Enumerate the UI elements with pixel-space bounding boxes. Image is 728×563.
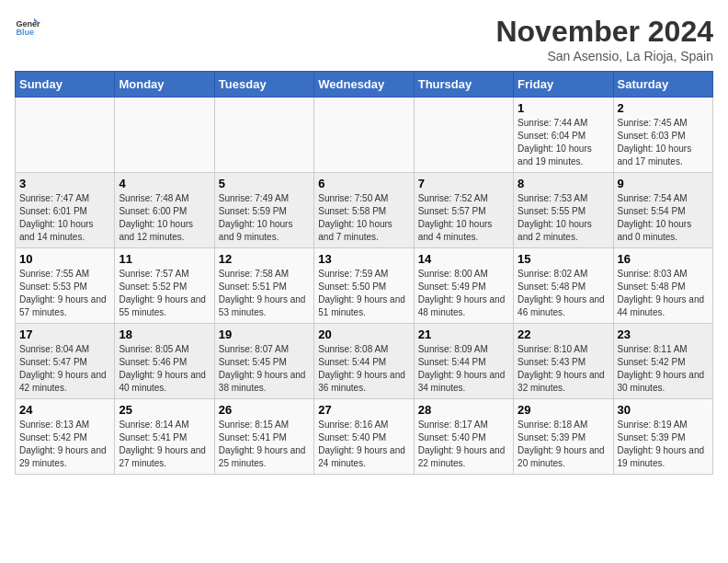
day-number: 12: [219, 252, 310, 266]
calendar-cell: 20Sunrise: 8:08 AM Sunset: 5:44 PM Dayli…: [314, 324, 414, 399]
day-number: 19: [219, 327, 310, 341]
day-info: Sunrise: 7:50 AM Sunset: 5:58 PM Dayligh…: [318, 192, 409, 244]
day-number: 24: [19, 403, 110, 417]
calendar-cell: 11Sunrise: 7:57 AM Sunset: 5:52 PM Dayli…: [115, 248, 214, 324]
day-info: Sunrise: 8:05 AM Sunset: 5:46 PM Dayligh…: [119, 343, 210, 395]
month-title: November 2024: [495, 15, 713, 49]
day-number: 20: [318, 327, 409, 341]
day-of-week-header: Sunday: [16, 72, 115, 98]
day-info: Sunrise: 7:58 AM Sunset: 5:51 PM Dayligh…: [219, 268, 310, 319]
day-info: Sunrise: 8:00 AM Sunset: 5:49 PM Dayligh…: [418, 268, 509, 319]
day-of-week-header: Monday: [115, 72, 214, 98]
day-number: 17: [19, 327, 110, 341]
calendar-week-row: 10Sunrise: 7:55 AM Sunset: 5:53 PM Dayli…: [16, 248, 713, 324]
calendar-cell: 23Sunrise: 8:11 AM Sunset: 5:42 PM Dayli…: [613, 324, 712, 399]
calendar-cell: 28Sunrise: 8:17 AM Sunset: 5:40 PM Dayli…: [414, 399, 513, 475]
day-info: Sunrise: 8:14 AM Sunset: 5:41 PM Dayligh…: [119, 419, 210, 470]
day-number: 22: [518, 327, 609, 341]
calendar-cell: 26Sunrise: 8:15 AM Sunset: 5:41 PM Dayli…: [214, 399, 313, 475]
day-info: Sunrise: 8:10 AM Sunset: 5:43 PM Dayligh…: [518, 343, 609, 395]
day-info: Sunrise: 8:19 AM Sunset: 5:39 PM Dayligh…: [618, 419, 709, 470]
day-info: Sunrise: 7:52 AM Sunset: 5:57 PM Dayligh…: [418, 192, 509, 244]
day-info: Sunrise: 8:16 AM Sunset: 5:40 PM Dayligh…: [318, 419, 409, 470]
calendar-cell: 15Sunrise: 8:02 AM Sunset: 5:48 PM Dayli…: [514, 248, 613, 324]
header-area: General Blue November 2024 San Asensio, …: [15, 15, 713, 63]
day-info: Sunrise: 7:49 AM Sunset: 5:59 PM Dayligh…: [219, 192, 310, 244]
day-number: 16: [618, 252, 709, 266]
calendar-cell: 4Sunrise: 7:48 AM Sunset: 6:00 PM Daylig…: [115, 173, 214, 248]
day-number: 23: [618, 327, 709, 341]
day-info: Sunrise: 8:13 AM Sunset: 5:42 PM Dayligh…: [19, 419, 110, 470]
calendar-cell: 1Sunrise: 7:44 AM Sunset: 6:04 PM Daylig…: [514, 98, 613, 173]
day-number: 3: [19, 177, 110, 190]
day-number: 6: [318, 177, 409, 190]
day-number: 8: [518, 177, 609, 190]
day-number: 11: [119, 252, 210, 266]
calendar-cell: 16Sunrise: 8:03 AM Sunset: 5:48 PM Dayli…: [613, 248, 712, 324]
calendar-cell: 10Sunrise: 7:55 AM Sunset: 5:53 PM Dayli…: [16, 248, 115, 324]
calendar-cell: 7Sunrise: 7:52 AM Sunset: 5:57 PM Daylig…: [414, 173, 513, 248]
day-info: Sunrise: 8:03 AM Sunset: 5:48 PM Dayligh…: [618, 268, 709, 319]
calendar-cell: 21Sunrise: 8:09 AM Sunset: 5:44 PM Dayli…: [414, 324, 513, 399]
calendar-cell: 3Sunrise: 7:47 AM Sunset: 6:01 PM Daylig…: [16, 173, 115, 248]
day-of-week-header: Saturday: [613, 72, 712, 98]
day-of-week-header: Tuesday: [214, 72, 313, 98]
day-number: 4: [119, 177, 210, 190]
day-info: Sunrise: 8:18 AM Sunset: 5:39 PM Dayligh…: [518, 419, 609, 470]
day-of-week-header: Thursday: [414, 72, 513, 98]
calendar-cell: 9Sunrise: 7:54 AM Sunset: 5:54 PM Daylig…: [613, 173, 712, 248]
calendar-week-row: 24Sunrise: 8:13 AM Sunset: 5:42 PM Dayli…: [16, 399, 713, 475]
day-number: 7: [418, 177, 509, 190]
day-info: Sunrise: 7:55 AM Sunset: 5:53 PM Dayligh…: [19, 268, 110, 319]
day-info: Sunrise: 8:04 AM Sunset: 5:47 PM Dayligh…: [19, 343, 110, 395]
day-info: Sunrise: 7:57 AM Sunset: 5:52 PM Dayligh…: [119, 268, 210, 319]
calendar-cell: 14Sunrise: 8:00 AM Sunset: 5:49 PM Dayli…: [414, 248, 513, 324]
day-number: 18: [119, 327, 210, 341]
calendar-cell: 22Sunrise: 8:10 AM Sunset: 5:43 PM Dayli…: [514, 324, 613, 399]
calendar-cell: [16, 98, 115, 173]
day-number: 5: [219, 177, 310, 190]
day-info: Sunrise: 7:47 AM Sunset: 6:01 PM Dayligh…: [19, 192, 110, 244]
day-number: 13: [318, 252, 409, 266]
logo: General Blue: [15, 15, 40, 40]
logo-icon: General Blue: [15, 15, 40, 40]
day-info: Sunrise: 8:09 AM Sunset: 5:44 PM Dayligh…: [418, 343, 509, 395]
calendar-header-row: SundayMondayTuesdayWednesdayThursdayFrid…: [16, 72, 713, 98]
calendar-cell: [414, 98, 513, 173]
day-number: 21: [418, 327, 509, 341]
day-info: Sunrise: 7:54 AM Sunset: 5:54 PM Dayligh…: [618, 192, 709, 244]
day-info: Sunrise: 7:53 AM Sunset: 5:55 PM Dayligh…: [518, 192, 609, 244]
calendar-cell: 24Sunrise: 8:13 AM Sunset: 5:42 PM Dayli…: [16, 399, 115, 475]
calendar-table: SundayMondayTuesdayWednesdayThursdayFrid…: [15, 71, 713, 475]
day-number: 2: [618, 101, 709, 115]
day-info: Sunrise: 7:48 AM Sunset: 6:00 PM Dayligh…: [119, 192, 210, 244]
day-number: 29: [518, 403, 609, 417]
day-info: Sunrise: 7:44 AM Sunset: 6:04 PM Dayligh…: [518, 117, 609, 168]
day-of-week-header: Wednesday: [314, 72, 414, 98]
calendar-week-row: 1Sunrise: 7:44 AM Sunset: 6:04 PM Daylig…: [16, 98, 713, 173]
calendar-week-row: 3Sunrise: 7:47 AM Sunset: 6:01 PM Daylig…: [16, 173, 713, 248]
day-info: Sunrise: 7:59 AM Sunset: 5:50 PM Dayligh…: [318, 268, 409, 319]
day-number: 27: [318, 403, 409, 417]
svg-text:Blue: Blue: [16, 28, 34, 37]
calendar-cell: [115, 98, 214, 173]
day-number: 28: [418, 403, 509, 417]
day-number: 9: [618, 177, 709, 190]
calendar-cell: 29Sunrise: 8:18 AM Sunset: 5:39 PM Dayli…: [514, 399, 613, 475]
title-area: November 2024 San Asensio, La Rioja, Spa…: [495, 15, 713, 63]
day-number: 14: [418, 252, 509, 266]
day-info: Sunrise: 8:02 AM Sunset: 5:48 PM Dayligh…: [518, 268, 609, 319]
day-info: Sunrise: 8:17 AM Sunset: 5:40 PM Dayligh…: [418, 419, 509, 470]
day-number: 25: [119, 403, 210, 417]
day-info: Sunrise: 8:08 AM Sunset: 5:44 PM Dayligh…: [318, 343, 409, 395]
day-of-week-header: Friday: [514, 72, 613, 98]
day-info: Sunrise: 8:07 AM Sunset: 5:45 PM Dayligh…: [219, 343, 310, 395]
calendar-cell: 17Sunrise: 8:04 AM Sunset: 5:47 PM Dayli…: [16, 324, 115, 399]
svg-text:General: General: [16, 19, 40, 29]
location: San Asensio, La Rioja, Spain: [495, 49, 713, 63]
day-number: 10: [19, 252, 110, 266]
day-info: Sunrise: 8:11 AM Sunset: 5:42 PM Dayligh…: [618, 343, 709, 395]
calendar-cell: 27Sunrise: 8:16 AM Sunset: 5:40 PM Dayli…: [314, 399, 414, 475]
day-info: Sunrise: 8:15 AM Sunset: 5:41 PM Dayligh…: [219, 419, 310, 470]
day-info: Sunrise: 7:45 AM Sunset: 6:03 PM Dayligh…: [618, 117, 709, 168]
